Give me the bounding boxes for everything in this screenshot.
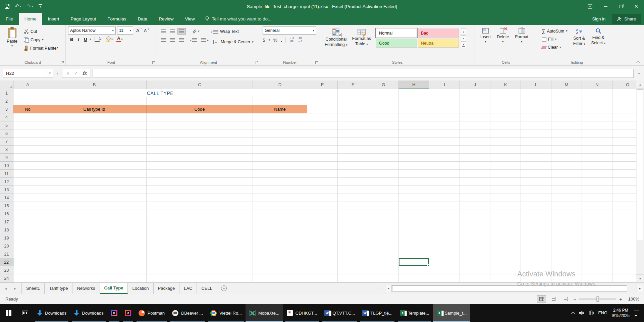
- cell-C13[interactable]: [147, 186, 253, 194]
- cell-A15[interactable]: [13, 202, 42, 210]
- cell-B8[interactable]: [42, 146, 147, 154]
- cell-J13[interactable]: [460, 186, 490, 194]
- underline-dropdown[interactable]: ▾: [90, 38, 91, 41]
- scroll-up-arrow[interactable]: ▴: [636, 80, 644, 89]
- cell-G19[interactable]: [368, 234, 399, 242]
- cell-E5[interactable]: [307, 121, 338, 129]
- clipboard-dialog-launcher[interactable]: [61, 61, 64, 64]
- cell-J12[interactable]: [460, 178, 490, 186]
- format-as-table-button[interactable]: Format asTable ▾: [350, 26, 373, 59]
- cell-J23[interactable]: [460, 266, 490, 274]
- cell-B7[interactable]: [42, 138, 147, 146]
- fill-color-dropdown[interactable]: ▾: [111, 38, 113, 41]
- top-align-button[interactable]: [159, 28, 168, 35]
- cell-D18[interactable]: [253, 226, 307, 234]
- cell-M17[interactable]: [551, 218, 582, 226]
- row-header-16[interactable]: 16: [0, 210, 13, 218]
- cell-M5[interactable]: [551, 121, 582, 129]
- cell-N4[interactable]: [582, 113, 612, 121]
- cell-L20[interactable]: [521, 242, 551, 250]
- cell-C18[interactable]: [147, 226, 253, 234]
- cell-L3[interactable]: [521, 105, 551, 113]
- minimize-button[interactable]: [598, 0, 613, 13]
- cell-L17[interactable]: [521, 218, 551, 226]
- cell-C17[interactable]: [147, 218, 253, 226]
- cell-N16[interactable]: [582, 210, 612, 218]
- cell-A14[interactable]: [13, 194, 42, 202]
- cell-J19[interactable]: [460, 234, 490, 242]
- borders-icon[interactable]: [95, 37, 100, 42]
- sheet-tab-cell[interactable]: CELL: [197, 283, 217, 294]
- cell-I21[interactable]: [429, 250, 460, 258]
- cell-E20[interactable]: [307, 242, 338, 250]
- taskbar-gridapp-cdhkgt-button[interactable]: CDHKGT...: [283, 304, 321, 322]
- cell-D6[interactable]: [253, 129, 307, 138]
- copy-button[interactable]: Copy ▾: [22, 36, 60, 44]
- cell-D7[interactable]: [253, 138, 307, 146]
- cell-F17[interactable]: [338, 218, 368, 226]
- cell-H16[interactable]: [399, 210, 429, 218]
- cell-N17[interactable]: [582, 218, 612, 226]
- cell-M11[interactable]: [551, 170, 582, 178]
- cell-H19[interactable]: [399, 234, 429, 242]
- cell-I16[interactable]: [429, 210, 460, 218]
- row-header-9[interactable]: 9: [0, 154, 13, 162]
- taskbar-download-downloads-button[interactable]: Downloads: [33, 304, 70, 322]
- cell-B24[interactable]: [42, 274, 147, 282]
- cell-N1[interactable]: [582, 89, 612, 97]
- column-header-A[interactable]: A: [13, 80, 42, 89]
- cell-L4[interactable]: [521, 113, 551, 121]
- taskbar-dbeaver-dbeaver-button[interactable]: DBeaver ...: [168, 304, 207, 322]
- taskbar-chrome-viettel-ro-button[interactable]: Viettel Ro...: [207, 304, 246, 322]
- cell-M15[interactable]: [551, 202, 582, 210]
- cell-L18[interactable]: [521, 226, 551, 234]
- cell-E17[interactable]: [307, 218, 338, 226]
- taskbar-word-qt-vtt-c-button[interactable]: WQT.VTT.C...: [321, 304, 359, 322]
- cell-J7[interactable]: [460, 138, 490, 146]
- cell-J2[interactable]: [460, 97, 490, 105]
- cell-E12[interactable]: [307, 178, 338, 186]
- cell-A22[interactable]: [13, 258, 42, 266]
- cell-E22[interactable]: [307, 258, 338, 266]
- cell-C22[interactable]: [147, 258, 253, 266]
- cell-M6[interactable]: [551, 129, 582, 138]
- cell-K18[interactable]: [490, 226, 521, 234]
- cell-K21[interactable]: [490, 250, 521, 258]
- cell-L2[interactable]: [521, 97, 551, 105]
- redo-button[interactable]: ↷▾: [26, 4, 33, 9]
- cell-H8[interactable]: [399, 146, 429, 154]
- cell-B6[interactable]: [42, 129, 147, 138]
- column-header-C[interactable]: C: [147, 80, 253, 89]
- cell-D5[interactable]: [253, 121, 307, 129]
- cell-G7[interactable]: [368, 138, 399, 146]
- cell-E13[interactable]: [307, 186, 338, 194]
- cell-L22[interactable]: [521, 258, 551, 266]
- cell-N23[interactable]: [582, 266, 612, 274]
- orientation-button[interactable]: ab▾: [191, 28, 201, 35]
- cell-C4[interactable]: [147, 113, 253, 121]
- cell-J8[interactable]: [460, 146, 490, 154]
- new-sheet-button[interactable]: +: [217, 283, 231, 294]
- cell-I18[interactable]: [429, 226, 460, 234]
- name-box-dropdown[interactable]: ▾: [47, 69, 53, 77]
- cell-L10[interactable]: [521, 162, 551, 170]
- cell-I9[interactable]: [429, 154, 460, 162]
- bold-button[interactable]: B: [68, 36, 75, 43]
- share-button[interactable]: Share: [612, 14, 641, 24]
- decrease-font-button[interactable]: A▾: [142, 29, 148, 33]
- cell-G12[interactable]: [368, 178, 399, 186]
- cell-M19[interactable]: [551, 234, 582, 242]
- increase-decimal-button[interactable]: ←.0.00: [289, 37, 294, 43]
- cell-D19[interactable]: [253, 234, 307, 242]
- column-header-H[interactable]: H: [399, 80, 429, 89]
- cell-H6[interactable]: [399, 129, 429, 138]
- cell-L24[interactable]: [521, 274, 551, 282]
- cell-K2[interactable]: [490, 97, 521, 105]
- cell-G13[interactable]: [368, 186, 399, 194]
- cell-A11[interactable]: [13, 170, 42, 178]
- cell-A19[interactable]: [13, 234, 42, 242]
- cell-D9[interactable]: [253, 154, 307, 162]
- cell-E7[interactable]: [307, 138, 338, 146]
- cell-E2[interactable]: [307, 97, 338, 105]
- cell-D14[interactable]: [253, 194, 307, 202]
